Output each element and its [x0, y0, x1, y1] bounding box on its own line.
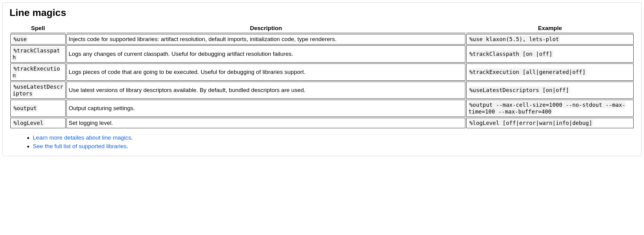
table-row: %use Injects code for supported librarie… — [10, 34, 634, 44]
cell-description: Output capturing settings. — [66, 100, 465, 117]
link-supported-libraries[interactable]: See the full list of supported libraries — [33, 143, 127, 149]
example-code: %logLevel [off|error|warn|info|debug] — [468, 119, 593, 126]
content-card: Line magics Spell Description Example %u… — [2, 2, 642, 156]
link-suffix: . — [131, 134, 133, 141]
table-row: %trackClasspath Logs any changes of curr… — [10, 45, 634, 63]
example-code: %output --max-cell-size=1000 --no-stdout… — [468, 101, 625, 115]
cell-example: %useLatestDescriptors [on|off] — [466, 82, 634, 99]
cell-example: %logLevel [off|error|warn|info|debug] — [466, 118, 634, 128]
cell-spell: %trackExecution — [10, 64, 66, 81]
example-code: %trackClasspath [on |off] — [468, 50, 553, 57]
spell-code: %use — [13, 36, 28, 43]
example-code: %use klaxon(5.5), lets-plot — [468, 36, 560, 43]
table-row: %logLevel Set logging level. %logLevel [… — [10, 118, 634, 128]
table-row: %output Output capturing settings. %outp… — [10, 100, 634, 117]
cell-description: Logs any changes of current classpath. U… — [66, 45, 465, 63]
spell-code: %logLevel — [13, 119, 44, 126]
column-header-description: Description — [66, 24, 465, 33]
example-code: %trackExecution [all|generated|off] — [468, 68, 586, 75]
cell-description: Use latest versions of library descripto… — [66, 82, 465, 99]
cell-description: Injects code for supported libraries: ar… — [66, 34, 465, 44]
spell-code: %trackClasspath — [13, 47, 60, 61]
table-header-row: Spell Description Example — [10, 24, 634, 33]
cell-description: Set logging level. — [66, 118, 465, 128]
list-item: Learn more detailes about line magics. — [33, 133, 635, 142]
example-code: %useLatestDescriptors [on|off] — [468, 87, 570, 94]
cell-example: %output --max-cell-size=1000 --no-stdout… — [466, 100, 634, 117]
cell-spell: %logLevel — [10, 118, 66, 128]
cell-description: Logs pieces of code that are going to be… — [66, 64, 465, 81]
spell-code: %output — [13, 105, 38, 112]
cell-spell: %useLatestDescriptors — [10, 82, 66, 99]
cell-spell: %trackClasspath — [10, 45, 66, 63]
link-learn-more-line-magics[interactable]: Learn more detailes about line magics — [33, 134, 131, 141]
cell-example: %trackClasspath [on |off] — [466, 45, 634, 63]
column-header-spell: Spell — [10, 24, 66, 33]
list-item: See the full list of supported libraries… — [33, 142, 635, 151]
column-header-example: Example — [466, 24, 634, 33]
cell-example: %trackExecution [all|generated|off] — [466, 64, 634, 81]
cell-example: %use klaxon(5.5), lets-plot — [466, 34, 634, 44]
cell-spell: %output — [10, 100, 66, 117]
cell-spell: %use — [10, 34, 66, 44]
table-row: %useLatestDescriptors Use latest version… — [10, 82, 634, 99]
link-suffix: . — [127, 143, 128, 149]
links-list: Learn more detailes about line magics. S… — [33, 133, 635, 150]
table-row: %trackExecution Logs pieces of code that… — [10, 64, 634, 81]
line-magics-table: Spell Description Example %use Injects c… — [9, 23, 635, 129]
spell-code: %useLatestDescriptors — [13, 83, 63, 97]
page-title: Line magics — [9, 7, 635, 18]
spell-code: %trackExecution — [13, 65, 60, 79]
